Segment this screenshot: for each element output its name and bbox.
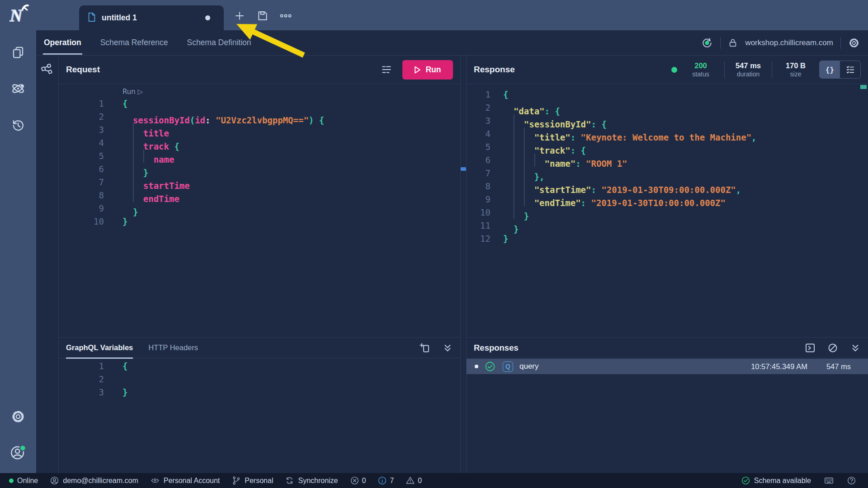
list-view-button[interactable] [840, 61, 860, 78]
divider [840, 37, 841, 49]
status-code-stat: 200 status [687, 61, 714, 78]
new-tab-button[interactable] [234, 10, 245, 23]
code-line: 5name [59, 150, 460, 163]
code-line: 11} [467, 219, 868, 232]
selected-bullet [475, 365, 478, 368]
code-line: 7}, [467, 167, 868, 180]
online-status: Online [9, 477, 38, 485]
query-kind-badge: Q [503, 361, 513, 372]
account-avatar-icon[interactable] [10, 445, 26, 461]
response-panel: Response 200 status 547 ms duration 170 … [467, 55, 868, 473]
split-divider[interactable] [460, 55, 467, 473]
branch-icon [231, 476, 241, 485]
settings-gear-icon[interactable] [11, 409, 25, 424]
document-gutter [36, 55, 59, 473]
divider [720, 37, 721, 49]
clear-responses-icon[interactable] [827, 343, 838, 353]
lock-icon [728, 38, 738, 48]
code-line: 3} [59, 386, 460, 399]
svg-text:N: N [9, 6, 23, 25]
divider [772, 61, 772, 78]
run-button[interactable]: Run [402, 60, 453, 80]
collapse-panel-icon[interactable] [442, 343, 453, 353]
copy-variables-icon[interactable] [420, 343, 430, 353]
variables-header: GraphQL Variables HTTP Headers [59, 337, 460, 358]
success-status-dot [671, 67, 677, 73]
tab-operation[interactable]: Operation [43, 30, 82, 55]
request-title: Request [66, 65, 100, 75]
run-code-lens[interactable]: Run ▷ [123, 86, 460, 97]
responses-title: Responses [474, 343, 519, 353]
code-line: 5"track": { [467, 141, 868, 154]
overview-ruler-mark [860, 85, 867, 89]
code-line: 9"endTime": "2019-01-30T10:00:00.000Z" [467, 193, 868, 206]
prettify-icon[interactable] [381, 64, 392, 75]
documents-icon[interactable] [11, 46, 25, 59]
code-line: 3"sessionById": { [467, 114, 868, 127]
user-circle-icon [50, 476, 59, 485]
collapse-panel-icon[interactable] [850, 343, 861, 353]
open-in-console-icon[interactable] [805, 343, 816, 353]
tab-graphql-variables[interactable]: GraphQL Variables [66, 337, 133, 358]
check-circle-icon [741, 476, 750, 485]
response-duration: 547 ms [826, 362, 851, 371]
tab-schema-definition[interactable]: Schema Definition [186, 30, 252, 55]
info-count[interactable]: 7 [377, 476, 394, 485]
history-icon[interactable] [11, 118, 25, 132]
success-check-icon [485, 361, 495, 372]
code-line: 4"title": "Keynote: Welcome to the Machi… [467, 127, 868, 141]
connection-settings-gear-icon[interactable] [848, 37, 860, 49]
divider-handle[interactable] [461, 167, 466, 171]
response-code-editor[interactable]: 1{2"data": {3"sessionById": {4"title": "… [467, 84, 868, 337]
sync-icon [285, 476, 294, 485]
online-dot [9, 479, 14, 483]
refresh-schema-icon[interactable] [701, 37, 713, 49]
code-line: 2sessionById(id: "U2Vzc2lvbgppMQ==") { [59, 110, 460, 123]
app-sidebar: N [0, 0, 36, 488]
unsaved-indicator-dot [205, 15, 210, 20]
play-icon [414, 66, 421, 74]
request-code-editor[interactable]: Run ▷ 1{2sessionById(id: "U2Vzc2lvbgppMQ… [59, 84, 460, 337]
code-line: 4track { [59, 136, 460, 150]
signed-in-user[interactable]: demo@chillicream.com [50, 476, 138, 485]
document-file-icon [87, 12, 96, 24]
save-button[interactable] [257, 10, 269, 23]
document-tab-title: untitled 1 [102, 13, 137, 23]
app-logo: N [6, 3, 30, 27]
request-panel: Request Run Run ▷ 1{2sessionById(id: "U2… [59, 55, 460, 473]
more-options-icon[interactable] [279, 13, 292, 21]
tab-http-headers[interactable]: HTTP Headers [148, 337, 198, 358]
variables-code-editor[interactable]: 1{23} [59, 359, 460, 474]
response-list-item[interactable]: Q query 10:57:45.349 AM 547 ms [467, 359, 868, 374]
code-line: 10} [467, 206, 868, 219]
status-bar: Online demo@chillicream.com Personal Acc… [0, 473, 868, 488]
error-count[interactable]: 0 [350, 476, 366, 485]
code-line: 12} [467, 232, 868, 245]
duration-stat: 547 ms duration [735, 61, 762, 78]
warning-triangle-icon [406, 476, 415, 485]
operations-graph-icon[interactable] [41, 64, 54, 78]
code-line: 8endTime [59, 189, 460, 202]
keyboard-shortcuts-icon[interactable] [824, 476, 834, 485]
warning-count[interactable]: 0 [406, 476, 422, 485]
schema-available-status: Schema available [741, 476, 811, 485]
code-line: 9} [59, 202, 460, 215]
banana-cake-pop-app: { "tabs": { "title": "untitled 1" }, "su… [0, 0, 868, 488]
code-line: 1{ [467, 88, 868, 101]
tab-schema-reference[interactable]: Schema Reference [99, 30, 169, 55]
response-title: Response [474, 65, 515, 75]
code-line: 8"startTime": "2019-01-30T09:00:00.000Z"… [467, 180, 868, 193]
code-line: 3title [59, 123, 460, 136]
response-header: Response 200 status 547 ms duration 170 … [467, 56, 868, 84]
synchronize-action[interactable]: Synchronize [285, 476, 338, 485]
schema-atom-icon[interactable] [11, 81, 25, 96]
help-icon[interactable] [847, 476, 856, 485]
json-view-button[interactable]: {} [820, 61, 840, 78]
code-line: 2"data": { [467, 101, 868, 114]
workspace-account[interactable]: Personal Account [150, 476, 220, 485]
document-tab[interactable]: untitled 1 [79, 5, 224, 30]
endpoint-host[interactable]: workshop.chillicream.com [745, 38, 833, 47]
request-header: Request Run [59, 56, 460, 84]
workspace-branch[interactable]: Personal [231, 476, 273, 485]
response-view-toggle: {} [819, 61, 861, 79]
